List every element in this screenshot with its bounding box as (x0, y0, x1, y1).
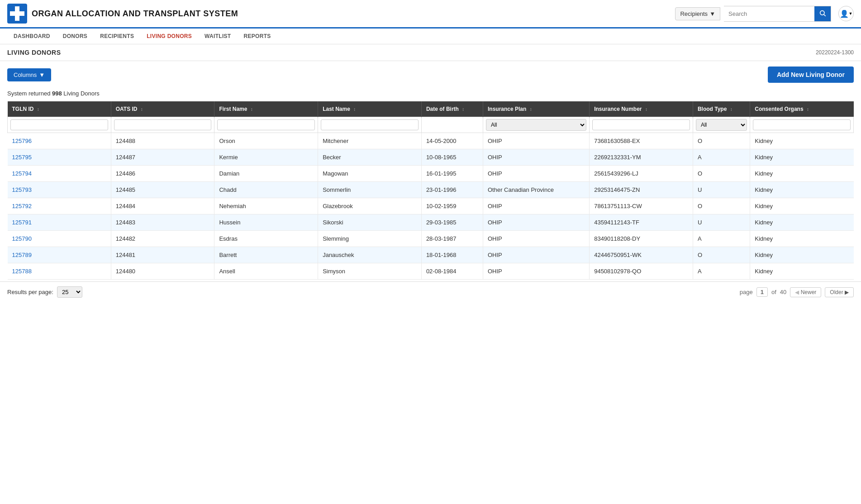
current-page: 1 (756, 287, 768, 297)
newer-button[interactable]: ◀ Newer (790, 287, 821, 297)
filter-lastname-input[interactable] (321, 119, 419, 130)
cell-insurance_plan: OHIP (483, 231, 590, 247)
nav-dashboard[interactable]: DASHBOARD (7, 29, 57, 44)
cell-tgln_id[interactable]: 125791 (8, 214, 111, 231)
nav-donors[interactable]: DONORS (57, 29, 94, 44)
col-last-name[interactable]: Last Name ↕ (318, 101, 422, 117)
col-tgln-id[interactable]: TGLN ID ↕ (8, 101, 111, 117)
link-tgln_id[interactable]: 125791 (12, 219, 32, 226)
table-row: 125796124488OrsonMitchener14-05-2000OHIP… (8, 133, 854, 149)
search-area: Recipients ▼ 👤 ▼ (675, 6, 854, 22)
search-input[interactable] (724, 8, 814, 20)
col-insurance-plan[interactable]: Insurance Plan ↕ (483, 101, 590, 117)
per-page-label: Results per page: (7, 289, 53, 295)
cell-tgln_id[interactable]: 125793 (8, 182, 111, 198)
cell-consented_organs: Kidney (750, 198, 854, 214)
cell-tgln_id[interactable]: 125788 (8, 263, 111, 280)
older-label: Older (830, 289, 843, 295)
cell-blood_type: U (693, 214, 750, 231)
link-tgln_id[interactable]: 125792 (12, 203, 32, 209)
filter-oats-input[interactable] (114, 119, 212, 130)
col-blood-type[interactable]: Blood Type ↕ (693, 101, 750, 117)
cell-first_name: Kermie (214, 149, 318, 166)
cell-insurance_plan: OHIP (483, 263, 590, 280)
page-label: page (740, 289, 753, 295)
cell-dob: 29-03-1985 (421, 214, 483, 231)
cell-oats_id: 124488 (111, 133, 214, 149)
table-wrap: TGLN ID ↕ OATS ID ↕ First Name ↕ Last Na… (0, 101, 861, 280)
add-new-living-donor-button[interactable]: Add New Living Donor (768, 67, 854, 83)
link-tgln_id[interactable]: 125793 (12, 186, 32, 193)
link-tgln_id[interactable]: 125794 (12, 170, 32, 177)
svg-rect-2 (10, 11, 24, 16)
search-category-dropdown[interactable]: Recipients ▼ (675, 7, 720, 20)
cell-first_name: Hussein (214, 214, 318, 231)
cell-oats_id: 124483 (111, 214, 214, 231)
table-filter-row: All OHIP Other Canadian Province All A B… (8, 117, 854, 133)
result-number: 998 (52, 90, 62, 97)
cell-insurance_plan: OHIP (483, 214, 590, 231)
cell-dob: 23-01-1996 (421, 182, 483, 198)
filter-insurance-plan-select[interactable]: All OHIP Other Canadian Province (486, 119, 586, 131)
nav-reports[interactable]: REPORTS (238, 29, 277, 44)
search-input-wrap (724, 6, 831, 22)
cell-insurance_plan: Other Canadian Province (483, 182, 590, 198)
link-tgln_id[interactable]: 125795 (12, 154, 32, 161)
cell-last_name: Becker (318, 149, 422, 166)
cell-tgln_id[interactable]: 125789 (8, 247, 111, 263)
main-nav: DASHBOARD DONORS RECIPIENTS LIVING DONOR… (0, 29, 861, 44)
col-oats-id[interactable]: OATS ID ↕ (111, 101, 214, 117)
sort-icon-dob: ↕ (462, 107, 464, 112)
cell-tgln_id[interactable]: 125792 (8, 198, 111, 214)
search-icon (819, 10, 826, 17)
filter-tgln-input[interactable] (10, 119, 108, 130)
cell-tgln_id[interactable]: 125796 (8, 133, 111, 149)
search-category-label: Recipients (680, 10, 708, 17)
filter-firstname-input[interactable] (217, 119, 315, 130)
cell-tgln_id[interactable]: 125795 (8, 149, 111, 166)
nav-recipients[interactable]: RECIPIENTS (94, 29, 140, 44)
of-label: of (771, 289, 776, 295)
nav-living-donors[interactable]: LIVING DONORS (140, 29, 198, 44)
link-tgln_id[interactable]: 125788 (12, 268, 32, 275)
result-count: System returned 998 Living Donors (0, 88, 861, 101)
col-consented-organs[interactable]: Consented Organs ↕ (750, 101, 854, 117)
cell-oats_id: 124487 (111, 149, 214, 166)
link-tgln_id[interactable]: 125789 (12, 252, 32, 258)
filter-tgln-id (8, 117, 111, 133)
col-first-name[interactable]: First Name ↕ (214, 101, 318, 117)
table-body: 125796124488OrsonMitchener14-05-2000OHIP… (8, 133, 854, 280)
table-row: 125794124486DamianMagowan16-01-1995OHIP2… (8, 166, 854, 182)
cell-dob: 10-02-1959 (421, 198, 483, 214)
cell-tgln_id[interactable]: 125790 (8, 231, 111, 247)
cell-tgln_id[interactable]: 125794 (8, 166, 111, 182)
sort-icon-insurance-plan: ↕ (530, 107, 532, 112)
cell-last_name: Magowan (318, 166, 422, 182)
cell-oats_id: 124482 (111, 231, 214, 247)
cell-insurance_number: 94508102978-QO (590, 263, 693, 280)
nav-waitlist[interactable]: WAITLIST (198, 29, 237, 44)
table-footer: Results per page: 10 25 50 100 page 1 of… (0, 281, 861, 302)
search-button[interactable] (814, 6, 831, 21)
cell-blood_type: O (693, 166, 750, 182)
filter-insurance-plan: All OHIP Other Canadian Province (483, 117, 590, 133)
total-pages: 40 (780, 289, 786, 295)
cell-consented_organs: Kidney (750, 214, 854, 231)
cell-last_name: Mitchener (318, 133, 422, 149)
filter-blood-type-select[interactable]: All A B AB O U (696, 119, 747, 131)
link-tgln_id[interactable]: 125796 (12, 138, 32, 144)
filter-insurance-number-input[interactable] (592, 119, 690, 130)
sort-icon-firstname: ↕ (251, 107, 253, 112)
user-menu-button[interactable]: 👤 ▼ (838, 6, 854, 21)
link-tgln_id[interactable]: 125790 (12, 235, 32, 242)
cell-last_name: Sikorski (318, 214, 422, 231)
columns-button[interactable]: Columns ▼ (7, 68, 51, 81)
col-dob[interactable]: Date of Birth ↕ (421, 101, 483, 117)
col-insurance-number[interactable]: Insurance Number ↕ (590, 101, 693, 117)
filter-consented-input[interactable] (753, 119, 851, 130)
cell-consented_organs: Kidney (750, 263, 854, 280)
per-page-select[interactable]: 10 25 50 100 (57, 286, 82, 298)
older-button[interactable]: Older ▶ (825, 287, 854, 297)
cell-insurance_plan: OHIP (483, 133, 590, 149)
cell-blood_type: O (693, 198, 750, 214)
